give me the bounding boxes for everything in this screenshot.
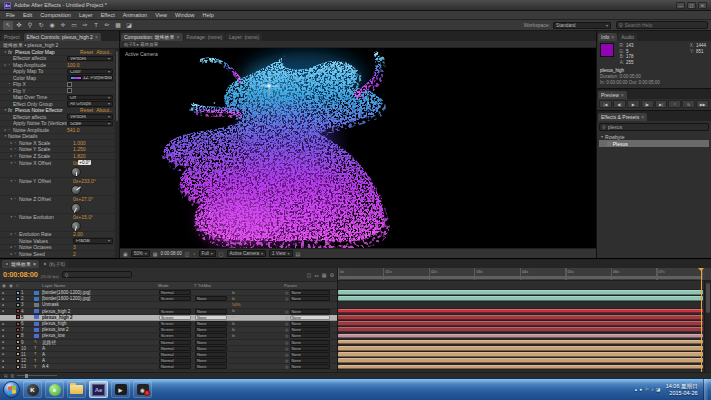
blend-mode-dropdown[interactable]: Screen [159, 296, 191, 301]
label-color-chip[interactable] [16, 297, 20, 301]
pickwhip-icon[interactable]: ◎ [285, 352, 289, 357]
video-eye-icon[interactable]: ● [0, 340, 16, 344]
presets-search-input[interactable] [608, 124, 706, 130]
pickwhip-icon[interactable]: ◎ [285, 340, 289, 345]
label-color-chip[interactable] [16, 365, 20, 369]
trkmat-dropdown[interactable]: None [195, 309, 227, 314]
video-eye-icon[interactable]: ● [0, 297, 16, 301]
blend-mode-dropdown[interactable]: Normal [159, 340, 191, 345]
effect-controls-scrollbar[interactable] [115, 49, 119, 258]
fx-switch-icon[interactable]: fx [232, 334, 235, 338]
zoom-tool[interactable]: ⚲ [25, 21, 35, 30]
blend-mode-dropdown[interactable]: Screen [159, 309, 191, 314]
reset-link[interactable]: Reset [80, 107, 93, 113]
label-color-chip[interactable] [16, 315, 20, 319]
blend-mode-dropdown[interactable]: Screen [159, 333, 191, 338]
media-player-taskbar-button[interactable]: ▶ [111, 381, 130, 398]
parent-dropdown[interactable]: None [290, 315, 330, 320]
property-value[interactable]: 100.0 [67, 62, 80, 68]
shape-tool[interactable]: ▭ [69, 21, 79, 30]
pickwhip-icon[interactable]: ◎ [285, 315, 289, 320]
magnification-dropdown[interactable]: 50% [131, 250, 150, 257]
presets-search[interactable] [599, 123, 709, 131]
trkmat-dropdown[interactable]: None [195, 321, 227, 326]
label-color-chip[interactable] [16, 346, 20, 350]
expand-icon[interactable]: ▤ [4, 373, 8, 378]
property-dropdown[interactable]: Scale [67, 121, 113, 127]
first-frame-button[interactable]: |◀ [599, 100, 612, 108]
property-value[interactable]: 3 [73, 244, 76, 250]
property-noise-evolution[interactable]: ▾◔Noise Evolution0x+15.0° [0, 214, 115, 232]
blend-mode-dropdown[interactable]: Normal [159, 346, 191, 351]
blend-mode-dropdown[interactable]: Screen [159, 321, 191, 326]
timeline-view-icons[interactable]: ◫⚏▦⚙ [307, 272, 334, 278]
pen-tool[interactable]: ✑ [80, 21, 90, 30]
layer-name[interactable]: A [42, 358, 159, 363]
close-icon[interactable]: × [33, 261, 36, 267]
opacity-value[interactable]: 50% [232, 302, 241, 307]
title-bar[interactable]: Ae Adobe After Effects - Untitled Projec… [0, 0, 711, 11]
close-icon[interactable]: × [95, 34, 98, 40]
rotation-dial[interactable] [71, 203, 81, 213]
video-eye-icon[interactable]: ● [0, 328, 16, 332]
composition-viewport[interactable]: Active Camera [120, 48, 596, 248]
label-color-chip[interactable] [16, 334, 20, 338]
property-value[interactable]: 1.250 [73, 146, 86, 152]
prev-frame-button[interactable]: ◀| [613, 100, 626, 108]
video-eye-icon[interactable]: ● [0, 309, 16, 313]
eraser-tool[interactable]: ◪ [124, 21, 134, 30]
play-button[interactable]: ▶ [627, 100, 640, 108]
menu-help[interactable]: Help [199, 12, 218, 18]
label-color-chip[interactable] [16, 352, 20, 356]
safe-areas-icon[interactable] [153, 251, 158, 257]
menu-animation[interactable]: Animation [119, 12, 151, 18]
start-button[interactable] [3, 381, 20, 398]
fx-switch-icon[interactable]: fx [232, 328, 235, 332]
label-color-chip[interactable] [16, 322, 20, 326]
parent-dropdown[interactable]: None [290, 296, 330, 301]
tab-composition[interactable]: Composition: 最终效果× [121, 33, 183, 41]
layer-name[interactable]: plexus_low 2 [42, 327, 159, 332]
video-eye-icon[interactable]: ● [0, 322, 16, 326]
preset-item-plexus[interactable]: ◫Plexus [599, 140, 709, 147]
property-noise-z-offset[interactable]: ▾◔Noise Z Offset0x+27.0° [0, 196, 115, 214]
blend-mode-dropdown[interactable]: Normal [159, 364, 191, 369]
work-area-bar[interactable] [339, 276, 701, 279]
parent-dropdown[interactable]: None [290, 290, 330, 295]
video-eye-icon[interactable]: ● [0, 365, 16, 369]
property-dropdown[interactable]: Off [67, 95, 113, 101]
time-ruler[interactable]: 0s01s02s03s04s05s06s07s [338, 268, 711, 281]
property-dropdown[interactable]: All Groups [67, 101, 113, 107]
timeline-graph-area[interactable]: 0s01s02s03s04s05s06s07s [338, 268, 711, 372]
trkmat-dropdown[interactable]: None [195, 346, 227, 351]
tab-layer[interactable]: Layer: (none) [226, 33, 262, 41]
blend-mode-dropdown[interactable]: Normal [159, 290, 191, 295]
reset-link[interactable]: Reset [80, 49, 93, 55]
property-value[interactable]: 0x+233.0° [73, 178, 96, 184]
trkmat-dropdown[interactable]: None [195, 358, 227, 363]
checkbox[interactable] [67, 82, 72, 87]
show-desktop-button[interactable] [703, 379, 708, 400]
audio-button[interactable]: ♪ [668, 100, 681, 108]
tray-icon-4[interactable]: ◪ [656, 387, 660, 392]
tray-icon-0[interactable]: ▴ [635, 387, 637, 392]
menu-file[interactable]: File [2, 12, 19, 18]
last-frame-button[interactable]: ▶| [655, 100, 668, 108]
rotate-tool[interactable]: ↻ [36, 21, 46, 30]
pickwhip-icon[interactable]: ◎ [285, 333, 289, 338]
video-eye-icon[interactable]: ● [0, 334, 16, 338]
workspace-dropdown[interactable]: Standard [553, 22, 611, 29]
video-eye-icon[interactable]: ● [0, 346, 16, 350]
parent-dropdown[interactable]: None [290, 321, 330, 326]
menu-window[interactable]: Window [171, 12, 199, 18]
pickwhip-icon[interactable]: ◎ [285, 327, 289, 332]
tray-icon-2[interactable]: ⚐ [645, 387, 649, 392]
resolution-dropdown[interactable]: Full [199, 250, 216, 257]
menu-effect[interactable]: Effect [97, 12, 119, 18]
region-of-interest-icon[interactable] [219, 251, 224, 257]
property-value[interactable]: 0x+27.0° [73, 196, 93, 202]
close-icon[interactable]: × [611, 34, 614, 40]
layer-duration-bar[interactable] [338, 364, 703, 370]
video-eye-icon[interactable]: ● [0, 315, 16, 319]
about-link[interactable]: About.. [96, 49, 112, 55]
